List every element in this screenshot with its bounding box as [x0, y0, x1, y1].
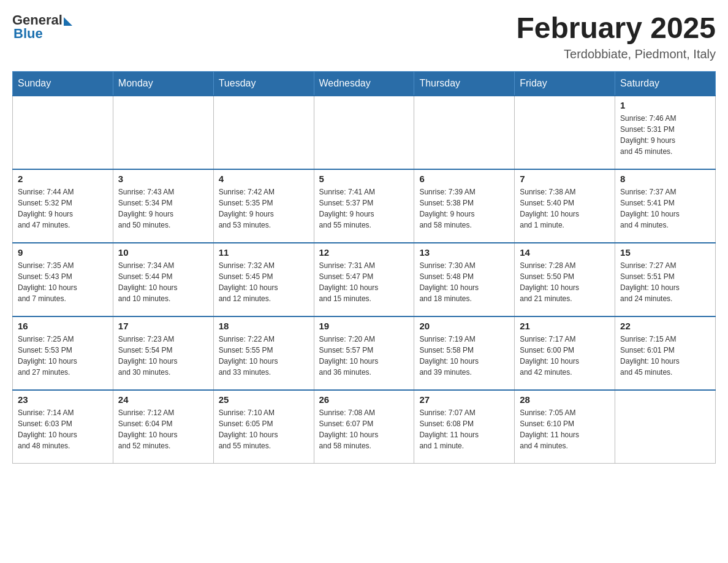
- day-info: Sunrise: 7:20 AM Sunset: 5:57 PM Dayligh…: [319, 334, 409, 378]
- calendar-week-row: 2Sunrise: 7:44 AM Sunset: 5:32 PM Daylig…: [13, 169, 716, 243]
- day-info: Sunrise: 7:10 AM Sunset: 6:05 PM Dayligh…: [219, 407, 309, 451]
- day-info: Sunrise: 7:22 AM Sunset: 5:55 PM Dayligh…: [219, 334, 309, 378]
- calendar-week-row: 9Sunrise: 7:35 AM Sunset: 5:43 PM Daylig…: [13, 243, 716, 316]
- day-info: Sunrise: 7:15 AM Sunset: 6:01 PM Dayligh…: [620, 334, 710, 378]
- day-number: 4: [219, 174, 309, 184]
- logo: General Blue: [12, 12, 72, 42]
- day-number: 22: [620, 321, 710, 331]
- day-info: Sunrise: 7:39 AM Sunset: 5:38 PM Dayligh…: [419, 186, 509, 231]
- day-info: Sunrise: 7:35 AM Sunset: 5:43 PM Dayligh…: [18, 260, 108, 304]
- calendar-day-cell: 11Sunrise: 7:32 AM Sunset: 5:45 PM Dayli…: [213, 243, 314, 316]
- calendar-day-cell: 16Sunrise: 7:25 AM Sunset: 5:53 PM Dayli…: [13, 316, 113, 390]
- day-info: Sunrise: 7:32 AM Sunset: 5:45 PM Dayligh…: [219, 260, 309, 304]
- day-number: 10: [118, 247, 208, 258]
- calendar-day-cell: 22Sunrise: 7:15 AM Sunset: 6:01 PM Dayli…: [615, 316, 716, 390]
- day-number: 24: [118, 394, 208, 405]
- day-number: 7: [520, 174, 610, 184]
- calendar-day-cell: [13, 96, 113, 169]
- day-of-week-header: Thursday: [414, 71, 515, 96]
- day-number: 2: [18, 174, 108, 184]
- day-number: 28: [520, 394, 610, 405]
- day-info: Sunrise: 7:19 AM Sunset: 5:58 PM Dayligh…: [419, 334, 509, 378]
- day-number: 9: [18, 247, 108, 258]
- location-text: Terdobbiate, Piedmont, Italy: [516, 47, 716, 61]
- calendar-week-row: 1Sunrise: 7:46 AM Sunset: 5:31 PM Daylig…: [13, 96, 716, 169]
- calendar-day-cell: 20Sunrise: 7:19 AM Sunset: 5:58 PM Dayli…: [414, 316, 515, 390]
- day-of-week-header: Monday: [113, 71, 213, 96]
- calendar-day-cell: [615, 390, 716, 464]
- day-number: 26: [319, 394, 409, 405]
- day-info: Sunrise: 7:27 AM Sunset: 5:51 PM Dayligh…: [620, 260, 710, 304]
- day-number: 1: [620, 100, 710, 110]
- calendar-day-cell: [515, 96, 615, 169]
- calendar-day-cell: [414, 96, 515, 169]
- day-info: Sunrise: 7:17 AM Sunset: 6:00 PM Dayligh…: [520, 334, 610, 378]
- calendar-day-cell: 28Sunrise: 7:05 AM Sunset: 6:10 PM Dayli…: [515, 390, 615, 464]
- day-number: 27: [419, 394, 509, 405]
- day-info: Sunrise: 7:44 AM Sunset: 5:32 PM Dayligh…: [18, 186, 108, 231]
- title-section: February 2025 Terdobbiate, Piedmont, Ita…: [516, 12, 716, 61]
- day-info: Sunrise: 7:08 AM Sunset: 6:07 PM Dayligh…: [319, 407, 409, 451]
- day-number: 3: [118, 174, 208, 184]
- logo-arrow-icon: [64, 17, 72, 26]
- day-info: Sunrise: 7:43 AM Sunset: 5:34 PM Dayligh…: [118, 186, 208, 231]
- calendar-header-row: SundayMondayTuesdayWednesdayThursdayFrid…: [13, 71, 716, 96]
- day-info: Sunrise: 7:12 AM Sunset: 6:04 PM Dayligh…: [118, 407, 208, 451]
- day-number: 15: [620, 247, 710, 258]
- day-info: Sunrise: 7:42 AM Sunset: 5:35 PM Dayligh…: [219, 186, 309, 231]
- calendar-day-cell: 10Sunrise: 7:34 AM Sunset: 5:44 PM Dayli…: [113, 243, 213, 316]
- calendar-day-cell: 18Sunrise: 7:22 AM Sunset: 5:55 PM Dayli…: [213, 316, 314, 390]
- day-info: Sunrise: 7:28 AM Sunset: 5:50 PM Dayligh…: [520, 260, 610, 304]
- calendar-day-cell: 8Sunrise: 7:37 AM Sunset: 5:41 PM Daylig…: [615, 169, 716, 243]
- month-title: February 2025: [516, 12, 716, 45]
- day-number: 11: [219, 247, 309, 258]
- day-number: 13: [419, 247, 509, 258]
- day-number: 12: [319, 247, 409, 258]
- day-info: Sunrise: 7:37 AM Sunset: 5:41 PM Dayligh…: [620, 186, 710, 231]
- day-info: Sunrise: 7:14 AM Sunset: 6:03 PM Dayligh…: [18, 407, 108, 451]
- calendar-day-cell: 14Sunrise: 7:28 AM Sunset: 5:50 PM Dayli…: [515, 243, 615, 316]
- day-info: Sunrise: 7:25 AM Sunset: 5:53 PM Dayligh…: [18, 334, 108, 378]
- calendar-day-cell: [113, 96, 213, 169]
- day-of-week-header: Sunday: [13, 71, 113, 96]
- calendar-day-cell: 1Sunrise: 7:46 AM Sunset: 5:31 PM Daylig…: [615, 96, 716, 169]
- day-of-week-header: Tuesday: [213, 71, 314, 96]
- day-info: Sunrise: 7:05 AM Sunset: 6:10 PM Dayligh…: [520, 407, 610, 451]
- day-info: Sunrise: 7:30 AM Sunset: 5:48 PM Dayligh…: [419, 260, 509, 304]
- calendar-week-row: 23Sunrise: 7:14 AM Sunset: 6:03 PM Dayli…: [13, 390, 716, 464]
- calendar-day-cell: [213, 96, 314, 169]
- day-of-week-header: Friday: [515, 71, 615, 96]
- calendar-day-cell: 25Sunrise: 7:10 AM Sunset: 6:05 PM Dayli…: [213, 390, 314, 464]
- day-number: 14: [520, 247, 610, 258]
- day-number: 19: [319, 321, 409, 331]
- calendar-day-cell: 4Sunrise: 7:42 AM Sunset: 5:35 PM Daylig…: [213, 169, 314, 243]
- day-info: Sunrise: 7:38 AM Sunset: 5:40 PM Dayligh…: [520, 186, 610, 231]
- calendar-day-cell: [314, 96, 414, 169]
- day-info: Sunrise: 7:31 AM Sunset: 5:47 PM Dayligh…: [319, 260, 409, 304]
- calendar-day-cell: 7Sunrise: 7:38 AM Sunset: 5:40 PM Daylig…: [515, 169, 615, 243]
- calendar-day-cell: 6Sunrise: 7:39 AM Sunset: 5:38 PM Daylig…: [414, 169, 515, 243]
- calendar-day-cell: 12Sunrise: 7:31 AM Sunset: 5:47 PM Dayli…: [314, 243, 414, 316]
- day-number: 23: [18, 394, 108, 405]
- day-info: Sunrise: 7:34 AM Sunset: 5:44 PM Dayligh…: [118, 260, 208, 304]
- calendar-day-cell: 15Sunrise: 7:27 AM Sunset: 5:51 PM Dayli…: [615, 243, 716, 316]
- logo-blue-text: Blue: [13, 26, 43, 42]
- calendar-day-cell: 2Sunrise: 7:44 AM Sunset: 5:32 PM Daylig…: [13, 169, 113, 243]
- calendar-day-cell: 3Sunrise: 7:43 AM Sunset: 5:34 PM Daylig…: [113, 169, 213, 243]
- day-number: 8: [620, 174, 710, 184]
- day-number: 18: [219, 321, 309, 331]
- day-of-week-header: Wednesday: [314, 71, 414, 96]
- day-number: 5: [319, 174, 409, 184]
- day-number: 6: [419, 174, 509, 184]
- calendar-day-cell: 9Sunrise: 7:35 AM Sunset: 5:43 PM Daylig…: [13, 243, 113, 316]
- day-number: 16: [18, 321, 108, 331]
- day-number: 20: [419, 321, 509, 331]
- calendar-day-cell: 21Sunrise: 7:17 AM Sunset: 6:00 PM Dayli…: [515, 316, 615, 390]
- calendar-week-row: 16Sunrise: 7:25 AM Sunset: 5:53 PM Dayli…: [13, 316, 716, 390]
- day-info: Sunrise: 7:46 AM Sunset: 5:31 PM Dayligh…: [620, 113, 710, 157]
- calendar-day-cell: 5Sunrise: 7:41 AM Sunset: 5:37 PM Daylig…: [314, 169, 414, 243]
- calendar-day-cell: 24Sunrise: 7:12 AM Sunset: 6:04 PM Dayli…: [113, 390, 213, 464]
- day-number: 21: [520, 321, 610, 331]
- day-of-week-header: Saturday: [615, 71, 716, 96]
- calendar-day-cell: 13Sunrise: 7:30 AM Sunset: 5:48 PM Dayli…: [414, 243, 515, 316]
